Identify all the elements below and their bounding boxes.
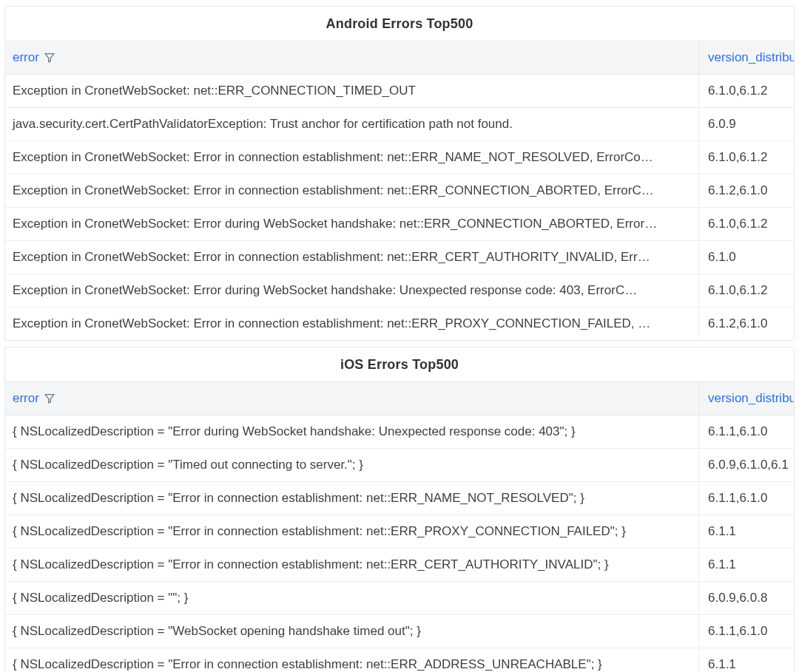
cell-error: { NSLocalizedDescription = "Error in con… [5,549,699,581]
cell-error: Exception in CronetWebSocket: Error in c… [5,141,699,174]
column-header-version-label: version_distribution [708,50,794,65]
svg-marker-1 [45,395,54,403]
table-header-row: error version_distribution [5,41,794,75]
cell-error: { NSLocalizedDescription = "Timed out co… [5,449,699,481]
table-row[interactable]: { NSLocalizedDescription = ""; } 6.0.9,6… [5,582,794,615]
cell-error: Exception in CronetWebSocket: Error duri… [5,208,699,240]
panel-title: iOS Errors Top500 [5,347,794,381]
table-row[interactable]: Exception in CronetWebSocket: net::ERR_C… [5,75,794,108]
column-header-error[interactable]: error [5,41,699,74]
cell-version: 6.1.0,6.1.2 [699,141,794,174]
android-errors-table: error version_distribution Exception in … [5,41,794,340]
cell-version: 6.1.0 [699,241,794,274]
table-row[interactable]: Exception in CronetWebSocket: Error in c… [5,174,794,208]
cell-version: 6.1.0,6.1.2 [699,274,794,307]
cell-version: 6.1.1 [699,549,794,581]
table-row[interactable]: Exception in CronetWebSocket: Error duri… [5,274,794,308]
table-row[interactable]: { NSLocalizedDescription = "Error in con… [5,648,794,672]
android-errors-panel: Android Errors Top500 error version_dist… [4,6,795,341]
cell-version: 6.0.9,6.0.8 [699,582,794,614]
cell-error: { NSLocalizedDescription = "Error during… [5,415,699,448]
svg-marker-0 [45,54,54,62]
cell-error: { NSLocalizedDescription = "WebSocket op… [5,615,699,648]
table-row[interactable]: { NSLocalizedDescription = "Error in con… [5,549,794,582]
cell-version: 6.1.1 [699,515,794,548]
column-header-version[interactable]: version_distribution [699,382,794,415]
ios-errors-panel: iOS Errors Top500 error version_distribu… [4,347,795,672]
cell-version: 6.1.1,6.1.0 [699,482,794,515]
cell-version: 6.1.2,6.1.0 [699,174,794,207]
cell-error: { NSLocalizedDescription = "Error in con… [5,482,699,515]
cell-error: Exception in CronetWebSocket: Error in c… [5,174,699,207]
table-row[interactable]: Exception in CronetWebSocket: Error in c… [5,308,794,340]
cell-error: { NSLocalizedDescription = ""; } [5,582,699,614]
table-row[interactable]: { NSLocalizedDescription = "Error in con… [5,515,794,549]
column-header-error-label: error [13,50,39,65]
table-row[interactable]: { NSLocalizedDescription = "WebSocket op… [5,615,794,648]
cell-version: 6.0.9,6.1.0,6.1 [699,449,794,481]
cell-version: 6.1.0,6.1.2 [699,208,794,240]
table-row[interactable]: Exception in CronetWebSocket: Error in c… [5,141,794,174]
cell-version: 6.1.2,6.1.0 [699,308,794,340]
table-row[interactable]: { NSLocalizedDescription = "Error during… [5,415,794,449]
cell-version: 6.1.0,6.1.2 [699,75,794,107]
column-header-version-label: version_distribution [708,391,794,406]
cell-error: { NSLocalizedDescription = "Error in con… [5,515,699,548]
column-header-error-label: error [13,391,39,406]
ios-errors-table: error version_distribution { NSLocalized… [5,381,794,672]
cell-version: 6.1.1,6.1.0 [699,415,794,448]
table-row[interactable]: Exception in CronetWebSocket: Error duri… [5,208,794,241]
table-row[interactable]: java.security.cert.CertPathValidatorExce… [5,108,794,141]
table-header-row: error version_distribution [5,381,794,415]
table-row[interactable]: Exception in CronetWebSocket: Error in c… [5,241,794,274]
cell-version: 6.0.9 [699,108,794,140]
column-header-error[interactable]: error [5,382,699,415]
filter-icon[interactable] [44,52,55,64]
cell-version: 6.1.1,6.1.0 [699,615,794,648]
cell-error: { NSLocalizedDescription = "Error in con… [5,648,699,672]
cell-error: Exception in CronetWebSocket: Error in c… [5,308,699,340]
table-row[interactable]: { NSLocalizedDescription = "Error in con… [5,482,794,515]
panel-title: Android Errors Top500 [5,7,794,41]
cell-error: java.security.cert.CertPathValidatorExce… [5,108,699,140]
cell-error: Exception in CronetWebSocket: Error duri… [5,274,699,307]
column-header-version[interactable]: version_distribution [699,41,794,74]
cell-error: Exception in CronetWebSocket: Error in c… [5,241,699,274]
table-row[interactable]: { NSLocalizedDescription = "Timed out co… [5,449,794,482]
cell-error: Exception in CronetWebSocket: net::ERR_C… [5,75,699,107]
cell-version: 6.1.1 [699,648,794,672]
filter-icon[interactable] [44,393,55,404]
